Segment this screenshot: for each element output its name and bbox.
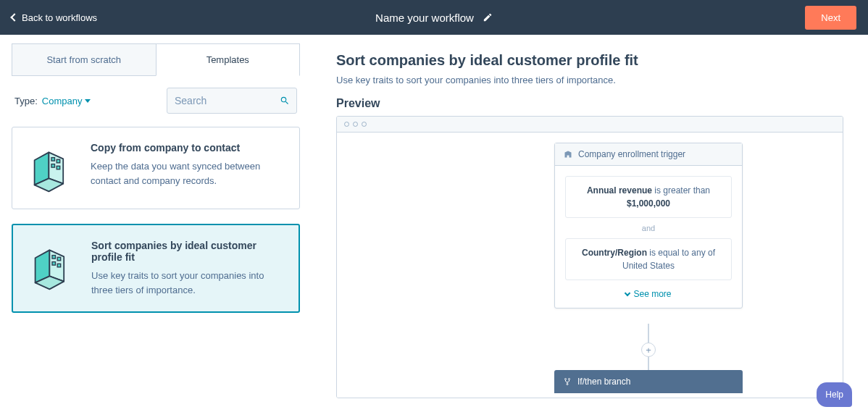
edit-icon <box>483 12 493 22</box>
window-dot-icon <box>362 122 367 127</box>
svg-rect-4 <box>57 159 60 163</box>
back-to-workflows-link[interactable]: Back to workflows <box>12 12 97 23</box>
and-label: and <box>565 224 732 232</box>
type-dropdown[interactable]: Company <box>42 96 91 106</box>
template-card[interactable]: Sort companies by ideal customer profile… <box>12 224 300 313</box>
condition-box: Annual revenue is greater than $1,000,00… <box>565 176 732 218</box>
cond-val: United States <box>622 261 675 271</box>
svg-rect-3 <box>51 158 55 161</box>
left-panel: Start from scratch Templates Type: Compa… <box>0 35 312 420</box>
type-value: Company <box>42 96 83 106</box>
chevron-down-icon <box>625 290 630 295</box>
svg-rect-11 <box>57 257 61 261</box>
detail-subtitle: Use key traits to sort your companies in… <box>336 75 843 85</box>
search-input[interactable] <box>167 88 297 114</box>
see-more-label: See more <box>633 289 671 299</box>
search-icon <box>280 96 290 106</box>
filter-row: Type: Company <box>0 76 312 119</box>
trigger-body: Annual revenue is greater than $1,000,00… <box>555 166 742 308</box>
template-desc: Use key traits to sort your companies in… <box>91 269 285 297</box>
branch-icon <box>563 377 572 386</box>
back-label: Back to workflows <box>22 12 97 23</box>
template-desc: Keep the data you want synced between co… <box>91 159 286 188</box>
condition-box: Country/Region is equal to any of United… <box>565 238 732 280</box>
cond-mid: is equal to any of <box>647 248 715 258</box>
tab-templates[interactable]: Templates <box>156 43 301 76</box>
trigger-label: Company enrollment trigger <box>578 149 685 159</box>
tab-start-from-scratch[interactable]: Start from scratch <box>12 43 156 76</box>
cond-prop: Country/Region <box>582 248 647 258</box>
window-dot-icon <box>344 122 349 127</box>
detail-title: Sort companies by ideal customer profile… <box>336 52 843 69</box>
cond-mid: is greater than <box>652 185 710 196</box>
window-dot-icon <box>353 122 358 127</box>
building-icon <box>564 150 572 159</box>
template-list: Copy from company to contact Keep the da… <box>0 119 312 420</box>
workflow-title[interactable]: Name your workflow <box>375 12 493 24</box>
cond-prop: Annual revenue <box>587 185 652 196</box>
svg-rect-10 <box>52 256 56 259</box>
svg-rect-12 <box>52 262 56 266</box>
add-action-button[interactable]: + <box>641 343 656 357</box>
workflow-canvas[interactable]: Company enrollment trigger Annual revenu… <box>337 133 843 398</box>
top-bar: Back to workflows Name your workflow Nex… <box>0 0 868 35</box>
trigger-header: Company enrollment trigger <box>555 143 742 166</box>
svg-rect-13 <box>57 264 61 267</box>
window-bar <box>337 117 843 133</box>
trigger-card[interactable]: Company enrollment trigger Annual revenu… <box>554 143 743 308</box>
branch-card[interactable]: If/then branch <box>554 370 743 393</box>
template-title: Copy from company to contact <box>91 142 286 154</box>
chevron-left-icon <box>10 13 18 21</box>
template-title: Sort companies by ideal customer profile… <box>91 240 285 263</box>
template-card[interactable]: Copy from company to contact Keep the da… <box>12 127 300 209</box>
search-wrap <box>167 88 297 114</box>
buildings-icon <box>26 240 78 292</box>
branch-label: If/then branch <box>577 377 630 387</box>
detail-panel: Sort companies by ideal customer profile… <box>312 35 868 420</box>
tabs: Start from scratch Templates <box>12 43 300 76</box>
see-more-link[interactable]: See more <box>565 286 732 301</box>
type-label: Type: <box>14 96 38 106</box>
cond-val: $1,000,000 <box>627 198 670 209</box>
caret-down-icon <box>85 99 91 103</box>
preview-frame: Company enrollment trigger Annual revenu… <box>336 116 843 398</box>
svg-rect-5 <box>51 164 55 168</box>
svg-rect-6 <box>57 166 60 169</box>
next-button[interactable]: Next <box>805 6 856 30</box>
help-button[interactable]: Help <box>817 382 852 407</box>
preview-label: Preview <box>336 97 843 110</box>
workflow-title-text: Name your workflow <box>375 12 474 24</box>
buildings-icon <box>25 142 78 194</box>
